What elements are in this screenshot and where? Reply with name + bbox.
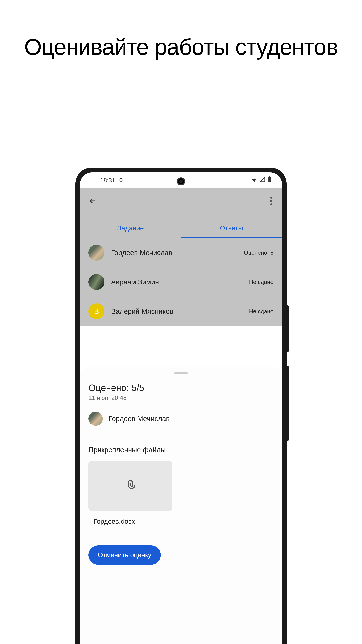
app-header xyxy=(80,188,282,218)
attachment-name: Гордеев.docx xyxy=(88,518,274,525)
wifi-icon xyxy=(251,176,257,184)
student-row[interactable]: Авраам Зимин Не сдано xyxy=(80,267,282,297)
attachment-card[interactable] xyxy=(88,461,172,511)
student-name: Авраам Зимин xyxy=(111,278,242,286)
camera-notch xyxy=(177,178,185,186)
signal-icon xyxy=(260,177,266,184)
sheet-date: 11 июн. 20:48 xyxy=(88,394,274,402)
battery-icon xyxy=(268,176,272,184)
status-bar: 18:31 xyxy=(80,172,282,188)
avatar xyxy=(88,274,104,290)
sheet-student-name: Гордеев Мечислав xyxy=(109,415,170,423)
avatar xyxy=(88,412,103,426)
cancel-grade-button[interactable]: Отменить оценку xyxy=(88,546,161,565)
avatar-letter: В xyxy=(88,304,104,319)
sheet-grade-title: Оценено: 5/5 xyxy=(88,382,274,393)
phone-screen: 18:31 xyxy=(80,172,282,644)
sheet-student: Гордеев Мечислав xyxy=(88,412,274,426)
svg-rect-2 xyxy=(269,177,271,182)
paperclip-icon xyxy=(124,480,136,492)
student-name: Валерий Мясников xyxy=(111,308,242,316)
back-button[interactable] xyxy=(88,197,97,205)
more-menu-button[interactable] xyxy=(270,197,274,205)
phone-side-button xyxy=(287,305,289,352)
student-name: Гордеев Мечислав xyxy=(111,249,237,257)
svg-rect-3 xyxy=(269,176,270,177)
tab-assignment[interactable]: Задание xyxy=(80,218,181,238)
student-list: Гордеев Мечислав Оценено: 5 Авраам Зимин… xyxy=(80,238,282,326)
student-status: Оценено: 5 xyxy=(244,250,274,256)
student-status: Не сдано xyxy=(249,279,274,285)
phone-side-button xyxy=(287,366,289,441)
status-indicator-icon xyxy=(119,177,123,184)
drag-handle[interactable] xyxy=(174,372,188,374)
status-time: 18:31 xyxy=(100,177,115,184)
promo-title: Оценивайте работы студентов xyxy=(0,34,362,61)
avatar xyxy=(88,245,104,260)
student-row[interactable]: Гордеев Мечислав Оценено: 5 xyxy=(80,238,282,267)
tab-answers[interactable]: Ответы xyxy=(181,218,282,238)
attachments-label: Прикрепленные файлы xyxy=(88,446,274,454)
tabs: Задание Ответы xyxy=(80,218,282,238)
student-status: Не сдано xyxy=(249,308,274,314)
bottom-sheet: Оценено: 5/5 11 июн. 20:48 Гордеев Мечис… xyxy=(80,367,282,644)
student-row[interactable]: В Валерий Мясников Не сдано xyxy=(80,297,282,326)
phone-frame: 18:31 xyxy=(75,168,287,644)
